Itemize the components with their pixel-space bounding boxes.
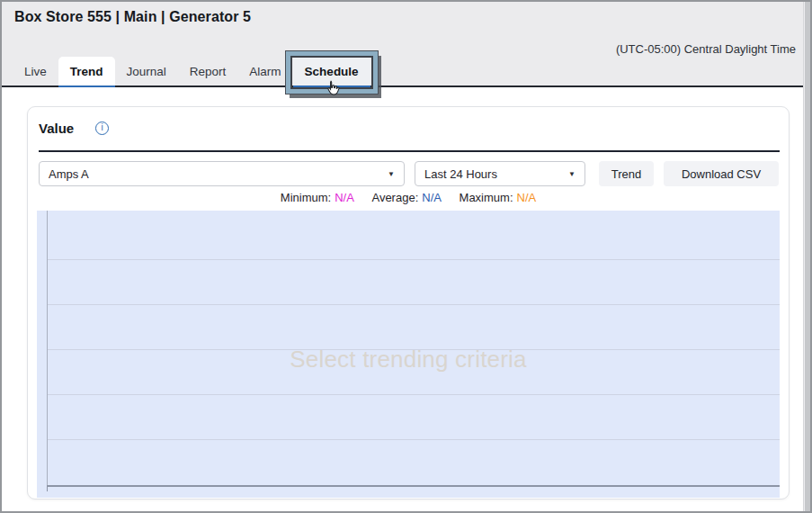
metric-select-value: Amps A: [49, 167, 89, 181]
main-content: Value i Amps A ▼ Last 24 Hours ▼ Trend D…: [2, 89, 810, 511]
x-axis: [47, 485, 780, 487]
stat-maximum: Maximum:N/A: [460, 191, 537, 204]
time-range-select[interactable]: Last 24 Hours ▼: [415, 161, 585, 186]
gridline: [47, 439, 780, 440]
stat-average-value: N/A: [422, 191, 442, 204]
stat-minimum-label: Minimum:: [281, 191, 331, 204]
panel-heading: Value i: [39, 121, 109, 136]
download-csv-button[interactable]: Download CSV: [664, 161, 779, 186]
stat-minimum-value: N/A: [335, 191, 354, 204]
scrollbar-thumb[interactable]: [805, 2, 810, 511]
trend-button[interactable]: Trend: [599, 161, 654, 186]
stat-average-label: Average:: [371, 191, 418, 204]
time-range-select-value: Last 24 Hours: [424, 167, 497, 181]
app-window: Box Store 555 | Main | Generator 5 (UTC-…: [0, 0, 812, 513]
stat-average: Average:N/A: [371, 191, 441, 204]
heading-divider: [39, 150, 780, 152]
page-title: Box Store 555 | Main | Generator 5: [14, 9, 251, 25]
tab-live[interactable]: Live: [13, 57, 58, 87]
gridline: [47, 304, 780, 305]
tab-report[interactable]: Report: [178, 57, 238, 87]
cursor-icon: [324, 79, 341, 101]
tab-journal[interactable]: Journal: [115, 57, 178, 87]
tab-alarm[interactable]: Alarm: [237, 57, 292, 87]
chevron-down-icon: ▼: [388, 170, 395, 178]
tab-schedule-label: Schedule: [305, 65, 359, 78]
trend-chart: Select trending criteria: [37, 211, 780, 498]
stats-row: Minimum:N/A Average:N/A Maximum:N/A: [28, 191, 789, 204]
info-icon[interactable]: i: [95, 122, 109, 135]
tab-schedule[interactable]: Schedule: [293, 57, 370, 87]
tab-bar: Live Trend Journal Report Alarm Schedule: [13, 57, 370, 87]
gridline: [47, 394, 780, 395]
metric-select[interactable]: Amps A ▼: [39, 161, 405, 186]
tab-trend[interactable]: Trend: [58, 57, 115, 87]
value-panel: Value i Amps A ▼ Last 24 Hours ▼ Trend D…: [27, 106, 790, 500]
panel-title: Value: [39, 121, 74, 136]
stat-maximum-value: N/A: [517, 191, 537, 204]
stat-minimum: Minimum:N/A: [281, 191, 354, 204]
chart-placeholder-text: Select trending criteria: [37, 346, 780, 374]
timezone-label: (UTC-05:00) Central Daylight Time: [616, 42, 796, 56]
header: Box Store 555 | Main | Generator 5 (UTC-…: [2, 2, 810, 87]
x-axis-tick: [47, 487, 48, 491]
gridline: [47, 259, 780, 260]
trend-controls: Amps A ▼ Last 24 Hours ▼ Trend Download …: [39, 161, 779, 186]
chevron-down-icon: ▼: [568, 170, 576, 178]
vertical-scrollbar[interactable]: [803, 2, 810, 511]
stat-maximum-label: Maximum:: [460, 191, 513, 204]
